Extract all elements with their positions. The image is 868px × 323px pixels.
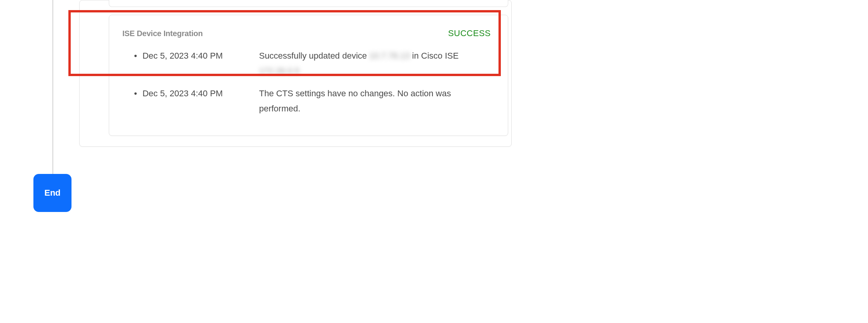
- workflow-end-node[interactable]: End: [33, 174, 71, 212]
- section-title: ISE Device Integration: [122, 29, 203, 38]
- log-message: The CTS settings have no changes. No act…: [248, 86, 491, 116]
- log-item: • Dec 5, 2023 4:40 PM The CTS settings h…: [134, 86, 491, 116]
- log-item: • Dec 5, 2023 4:40 PM Successfully updat…: [134, 49, 491, 78]
- ise-integration-card: ISE Device Integration SUCCESS • Dec 5, …: [109, 15, 508, 136]
- redacted-ise-ip: 172.26.0.5: [259, 64, 300, 79]
- bullet-icon: •: [134, 86, 137, 101]
- log-timestamp: Dec 5, 2023 4:40 PM: [143, 49, 248, 64]
- log-message: Successfully updated device 10.7.78.13 i…: [248, 49, 491, 78]
- timeline-connector-line: [52, 0, 53, 175]
- log-timestamp: Dec 5, 2023 4:40 PM: [143, 86, 248, 101]
- log-message-text: in Cisco ISE: [410, 51, 458, 61]
- log-list: • Dec 5, 2023 4:40 PM Successfully updat…: [122, 49, 491, 116]
- bullet-icon: •: [134, 49, 137, 64]
- previous-inner-card-bottom-edge: [109, 0, 508, 7]
- end-node-label: End: [44, 188, 61, 198]
- card-header-row: ISE Device Integration SUCCESS: [122, 28, 491, 38]
- log-message-text: Successfully updated device: [259, 51, 370, 61]
- status-badge: SUCCESS: [448, 28, 491, 38]
- redacted-device-ip: 10.7.78.13: [369, 49, 410, 64]
